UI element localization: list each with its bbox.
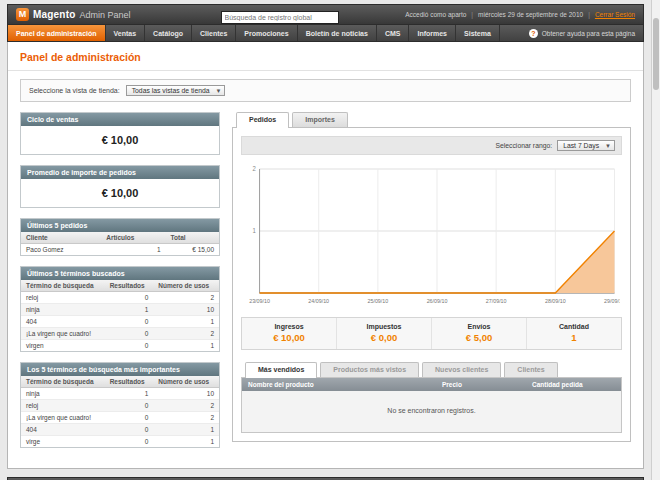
logout-link[interactable]: Cerrar Sesión: [595, 11, 635, 18]
nav-item-promociones[interactable]: Promociones: [236, 25, 297, 41]
store-switcher-label: Seleccione la vista de tienda:: [29, 87, 120, 94]
tab-importes[interactable]: Importes: [292, 112, 348, 127]
dashboard-left-column: Ciclo de ventas € 10,00 Promedio de impo…: [20, 112, 220, 458]
column-header: Nombre del producto: [242, 378, 436, 391]
term-uses: 10: [153, 388, 219, 400]
term-results: 0: [105, 340, 154, 352]
global-search-input[interactable]: [221, 11, 339, 24]
content-area: Panel de administración Seleccione la vi…: [7, 42, 644, 469]
brand-subtitle: Admin Panel: [80, 10, 131, 20]
logged-in-as: Accedió como aparto: [405, 11, 466, 18]
table-row[interactable]: ¡La virgen que cuadro! 0 2: [21, 328, 219, 340]
stat-label: Impuestos: [339, 323, 429, 330]
tab-pedidos[interactable]: Pedidos: [236, 112, 289, 128]
term-results: 1: [105, 304, 154, 316]
dashboard-tabs: Pedidos Importes: [232, 112, 631, 127]
stat-value: € 10,00: [244, 332, 334, 343]
stat-envios: Envíos € 5,00: [431, 318, 526, 349]
term-uses: 1: [153, 340, 219, 352]
last-search-terms-table: Término de búsqueda Resultados Número de…: [21, 280, 219, 351]
column-header: Total: [166, 232, 219, 244]
table-row[interactable]: ninja 1 10: [21, 388, 219, 400]
search-term: reloj: [21, 400, 105, 412]
dashboard-right-column: Pedidos Importes Seleccionar rango: Last…: [232, 112, 631, 458]
search-term: 404: [21, 316, 105, 328]
table-row[interactable]: ninja 1 10: [21, 304, 219, 316]
stat-value: € 5,00: [434, 332, 524, 343]
table-row[interactable]: virgen 0 1: [21, 340, 219, 352]
lifetime-sales-box: Ciclo de ventas € 10,00: [20, 112, 220, 155]
separator: |: [471, 11, 473, 18]
range-bar: Seleccionar rango: Last 7 Days ▼: [241, 136, 622, 155]
stat-impuestos: Impuestos € 0,00: [336, 318, 431, 349]
search-term: ninja: [21, 304, 105, 316]
average-orders-value: € 10,00: [21, 179, 219, 207]
last-search-terms-box: Últimos 5 términos buscados Término de b…: [20, 266, 220, 352]
last-orders-box: Últimos 5 pedidos Cliente Artículos Tota…: [20, 218, 220, 256]
dashboard-panel: Seleccionar rango: Last 7 Days ▼ 1223/09…: [232, 127, 631, 442]
range-select[interactable]: Last 7 Days ▼: [557, 140, 615, 151]
term-uses: 1: [153, 316, 219, 328]
box-title: Últimos 5 pedidos: [21, 219, 219, 232]
vertical-scrollbar[interactable]: [651, 0, 660, 480]
average-orders-box: Promedio de importe de pedidos € 10,00: [20, 165, 220, 208]
search-term: 404: [21, 424, 105, 436]
term-uses: 2: [153, 328, 219, 340]
scrollbar-thumb[interactable]: [653, 18, 659, 90]
search-term: reloj: [21, 292, 105, 304]
svg-text:24/09/10: 24/09/10: [308, 298, 329, 304]
term-results: 0: [105, 424, 154, 436]
tab-nuevos-clientes[interactable]: Nuevos clientes: [422, 362, 501, 377]
column-header: Artículos: [101, 232, 165, 244]
table-row[interactable]: ¡La virgen que cuadro! 0 2: [21, 412, 219, 424]
nav-item-ventas[interactable]: Ventas: [106, 25, 146, 41]
nav-item-clientes[interactable]: Clientes: [192, 25, 236, 41]
bestsellers-grid: Nombre del producto Precio Cantidad pedi…: [241, 377, 622, 433]
nav-item-dashboard[interactable]: Panel de administración: [8, 25, 106, 41]
orders-chart-wrap: 1223/09/1024/09/1025/09/1026/09/1027/09/…: [241, 155, 622, 311]
order-total: € 15,00: [166, 244, 219, 256]
store-view-value: Todas las vistas de tienda: [132, 87, 210, 94]
svg-text:2: 2: [253, 165, 257, 172]
stat-label: Envíos: [434, 323, 524, 330]
term-uses: 2: [153, 400, 219, 412]
column-header: Resultados: [105, 280, 154, 292]
table-row[interactable]: 404 0 1: [21, 316, 219, 328]
term-uses: 2: [153, 292, 219, 304]
nav-item-sistema[interactable]: Sistema: [456, 25, 500, 41]
stat-value: 1: [529, 332, 619, 343]
store-switcher: Seleccione la vista de tienda: Todas las…: [20, 79, 631, 102]
page-help-link[interactable]: ? Obtener ayuda para esta página: [521, 25, 643, 41]
tab-mas-vendidos[interactable]: Más vendidos: [245, 362, 317, 378]
table-row[interactable]: 404 0 1: [21, 424, 219, 436]
svg-text:28/09/10: 28/09/10: [545, 298, 566, 304]
svg-text:26/09/10: 26/09/10: [427, 298, 448, 304]
column-header: Resultados: [105, 376, 154, 388]
nav-item-catalogo[interactable]: Catálogo: [145, 25, 192, 41]
nav-item-informes[interactable]: Informes: [409, 25, 456, 41]
magento-admin-screen: M Magento Admin Panel Accedió como apart…: [0, 0, 660, 480]
tab-clientes[interactable]: Clientes: [504, 362, 557, 377]
nav-item-boletin[interactable]: Boletín de noticias: [298, 25, 377, 41]
table-row[interactable]: virge 0 1: [21, 436, 219, 448]
grid-header: Nombre del producto Precio Cantidad pedi…: [242, 378, 621, 391]
term-results: 0: [105, 400, 154, 412]
svg-text:25/09/10: 25/09/10: [367, 298, 388, 304]
term-uses: 10: [153, 304, 219, 316]
tab-productos-mas-vistos[interactable]: Productos más vistos: [320, 362, 419, 377]
table-row[interactable]: reloj 0 2: [21, 400, 219, 412]
term-uses: 1: [153, 436, 219, 448]
store-view-select[interactable]: Todas las vistas de tienda ▼: [126, 85, 226, 96]
search-term: virgen: [21, 340, 105, 352]
nav-item-cms[interactable]: CMS: [377, 25, 410, 41]
search-term: virge: [21, 436, 105, 448]
main-nav: Panel de administración Ventas Catálogo …: [7, 25, 644, 42]
table-row[interactable]: reloj 0 2: [21, 292, 219, 304]
chevron-down-icon: ▼: [216, 88, 222, 94]
svg-text:23/09/10: 23/09/10: [249, 298, 270, 304]
term-results: 0: [105, 412, 154, 424]
box-title: Promedio de importe de pedidos: [21, 166, 219, 179]
table-row[interactable]: Paco Gomez 1 € 15,00: [21, 244, 219, 256]
column-header: Número de usos: [153, 280, 219, 292]
empty-records-message: No se encontraron registros.: [242, 391, 621, 432]
